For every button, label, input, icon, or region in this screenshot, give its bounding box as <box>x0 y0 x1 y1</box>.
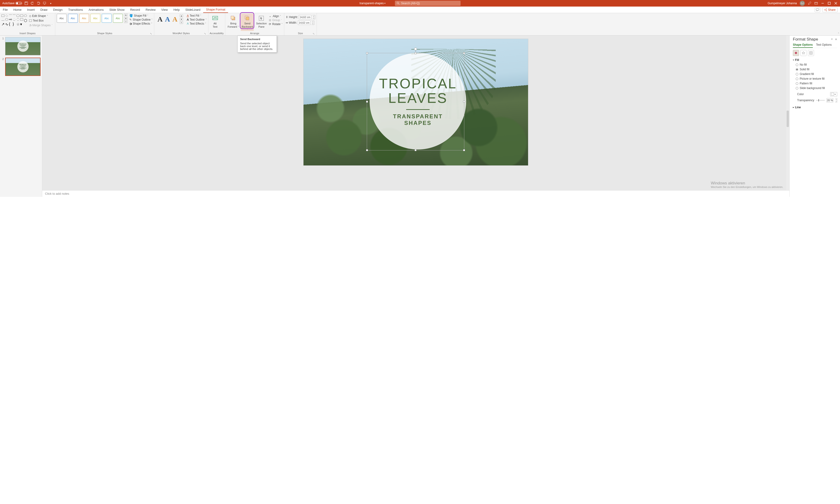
tab-transitions[interactable]: Transitions <box>66 6 86 13</box>
shape-fill-button[interactable]: 🪣Shape Fill ˅ <box>129 14 153 17</box>
scrollbar-thumb[interactable] <box>787 111 789 127</box>
dialog-launcher-icon[interactable]: ⤡ <box>149 32 153 35</box>
tab-text-options[interactable]: Text Options <box>816 43 832 48</box>
slide-canvas[interactable]: TROPICAL LEAVES TRANSPARENT SHAPES <box>304 39 528 165</box>
comments-button[interactable] <box>815 7 820 12</box>
vertical-scrollbar[interactable] <box>786 36 789 190</box>
tab-design[interactable]: Design <box>50 6 66 13</box>
width-input[interactable]: 14,62 cm <box>298 21 310 25</box>
selection-box[interactable] <box>367 53 464 150</box>
tab-help[interactable]: Help <box>171 6 183 13</box>
search-input[interactable] <box>401 2 459 5</box>
height-spinner[interactable]: ▴▾ <box>312 15 315 19</box>
text-effects-button[interactable]: AText Effects ˅ <box>187 22 207 25</box>
notes-pane[interactable]: Click to add notes <box>42 190 789 197</box>
selection-pane-button[interactable]: Selection Pane <box>255 14 268 28</box>
radio-slide-bg-fill[interactable]: Slide background fill <box>796 87 837 90</box>
text-outline-button[interactable]: AText Outline ˅ <box>187 18 207 21</box>
radio-solid-fill[interactable]: Solid fill <box>796 68 837 71</box>
radio-gradient-fill[interactable]: Gradient fill <box>796 72 837 76</box>
resize-handle[interactable] <box>463 149 465 151</box>
qat-more-icon[interactable]: ▾ <box>49 1 53 5</box>
share-button[interactable]: Share <box>822 7 838 12</box>
fill-line-category-icon[interactable] <box>793 50 799 56</box>
wordart-swatch-1[interactable]: A <box>158 15 163 23</box>
document-name[interactable]: transparent-shapes ▾ <box>359 2 386 5</box>
bring-forward-button[interactable]: Bring Forward ˅ <box>227 14 240 28</box>
tab-slideshow[interactable]: Slide Show <box>106 6 127 13</box>
undo-icon[interactable] <box>31 1 34 5</box>
autosave-toggle[interactable]: AutoSave Off <box>2 2 22 5</box>
resize-handle[interactable] <box>366 149 368 151</box>
radio-picture-fill[interactable]: Picture or texture fill <box>796 77 837 80</box>
tab-shape-options[interactable]: Shape Options <box>793 43 813 48</box>
tab-insert[interactable]: Insert <box>24 6 38 13</box>
slide-thumbnail-1[interactable]: TROPICAL LEAVES TRANSPARENT SHAPES <box>5 37 40 55</box>
dialog-launcher-icon[interactable]: ⤡ <box>204 32 207 35</box>
rotate-handle[interactable] <box>414 48 417 50</box>
transparency-spinner[interactable]: ▴▾ <box>835 98 837 102</box>
tab-slidelizard[interactable]: SlideLizard <box>183 6 203 13</box>
align-button[interactable]: ⫠Align ˅ <box>269 15 282 18</box>
style-swatch-3[interactable]: Abc <box>79 14 89 23</box>
dialog-launcher-icon[interactable]: ⤡ <box>312 32 315 35</box>
save-icon[interactable] <box>24 1 28 5</box>
tab-record[interactable]: Record <box>127 6 143 13</box>
style-swatch-6[interactable]: Abc <box>113 14 123 23</box>
pane-close-icon[interactable]: ✕ <box>835 38 837 41</box>
edit-shape-button[interactable]: ◇Edit Shape ˅ <box>28 14 54 18</box>
style-swatch-4[interactable]: Abc <box>90 14 100 23</box>
search-box[interactable] <box>395 1 461 6</box>
radio-pattern-fill[interactable]: Pattern fill <box>796 82 837 85</box>
wordart-gallery[interactable]: A A A ▴▾▿ <box>156 14 185 25</box>
transparency-input[interactable]: 20 % <box>827 98 833 102</box>
tab-home[interactable]: Home <box>11 6 24 13</box>
user-avatar[interactable]: GJ <box>800 1 805 6</box>
text-box-button[interactable]: Text Box <box>28 19 54 22</box>
resize-handle[interactable] <box>366 52 368 54</box>
tab-file[interactable]: File <box>0 6 11 13</box>
shape-outline-button[interactable]: ✎Shape Outline ˅ <box>129 18 153 21</box>
tab-animations[interactable]: Animations <box>86 6 106 13</box>
size-properties-category-icon[interactable] <box>808 50 814 56</box>
wordart-gallery-scroll[interactable]: ▴▾▿ <box>180 15 183 24</box>
redo-icon[interactable] <box>37 1 40 5</box>
transparency-slider[interactable] <box>816 100 825 101</box>
tab-review[interactable]: Review <box>143 6 158 13</box>
shape-style-gallery[interactable]: Abc Abc Abc Abc Abc Abc ▴▾▿ <box>57 14 127 23</box>
resize-handle[interactable] <box>415 149 416 151</box>
ribbon-display-icon[interactable] <box>814 1 818 5</box>
text-fill-button[interactable]: AText Fill ˅ <box>187 14 207 17</box>
shapes-gallery[interactable]: ⬡ ↗∿{}☆▾ <box>1 14 27 25</box>
width-spinner[interactable]: ▴▾ <box>311 21 314 25</box>
height-input[interactable]: 14,62 cm <box>299 15 311 19</box>
fill-color-picker[interactable]: ▾ <box>830 92 837 96</box>
resize-handle[interactable] <box>463 101 465 103</box>
fill-section-toggle[interactable]: ▾Fill <box>793 58 837 61</box>
resize-handle[interactable] <box>415 52 416 54</box>
alt-text-button[interactable]: Alt Text <box>210 14 220 28</box>
slide-canvas-area[interactable]: TROPICAL LEAVES TRANSPARENT SHAPES <box>42 36 789 197</box>
tab-shapeformat[interactable]: Shape Format <box>203 6 228 13</box>
pane-dropdown-icon[interactable]: ▾ <box>831 38 833 41</box>
tab-view[interactable]: View <box>158 6 171 13</box>
slide-thumbnail-2[interactable]: TROPICAL LEAVES TRANSPARENT SHAPES <box>5 58 40 76</box>
minimize-icon[interactable] <box>821 1 824 5</box>
wordart-swatch-2[interactable]: A <box>165 15 170 23</box>
resize-handle[interactable] <box>366 101 368 103</box>
line-section-toggle[interactable]: ▸Line <box>793 106 837 109</box>
style-swatch-2[interactable]: Abc <box>68 14 78 23</box>
close-icon[interactable] <box>834 1 838 5</box>
radio-no-fill[interactable]: No fill <box>796 63 837 66</box>
pen-icon[interactable] <box>808 1 811 5</box>
send-backward-button[interactable]: Send Backward ˅ <box>241 14 254 31</box>
present-from-beginning-icon[interactable] <box>43 1 47 5</box>
effects-category-icon[interactable] <box>800 50 806 56</box>
tab-draw[interactable]: Draw <box>37 6 50 13</box>
shape-effects-button[interactable]: ◑Shape Effects ˅ <box>129 22 153 25</box>
resize-handle[interactable] <box>463 52 465 54</box>
wordart-swatch-3[interactable]: A <box>172 15 177 23</box>
style-swatch-1[interactable]: Abc <box>57 14 67 23</box>
maximize-icon[interactable] <box>827 1 831 5</box>
rotate-button[interactable]: ⟳Rotate ˅ <box>269 22 282 26</box>
